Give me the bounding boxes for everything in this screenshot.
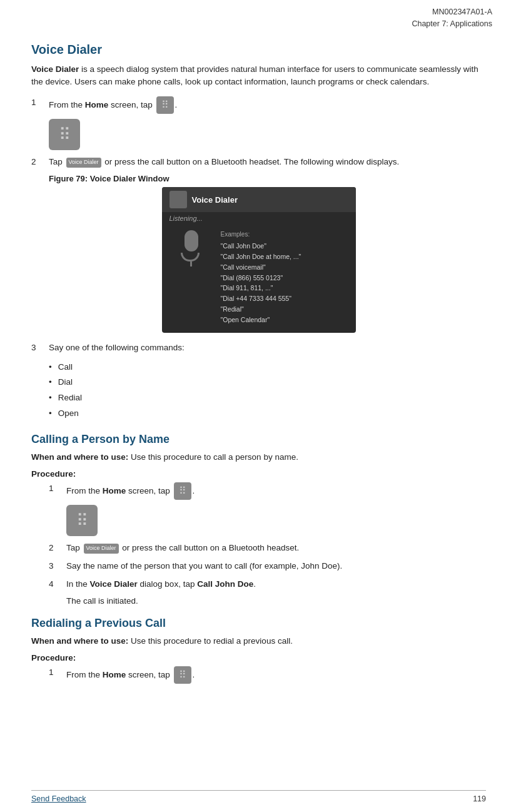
vd-step1: 1 From the Home screen, tap . xyxy=(31,96,486,114)
calling-step1: 1 From the Home screen, tap . xyxy=(49,482,486,500)
redialing-step1-num: 1 xyxy=(49,666,66,684)
calling-vd-button-icon: Voice Dialer xyxy=(84,544,119,554)
calling-step1-content: From the Home screen, tap . xyxy=(66,482,486,500)
vdw-mic-area xyxy=(169,230,213,267)
calling-step4-num: 4 xyxy=(49,578,66,591)
calling-section-title: Calling a Person by Name xyxy=(31,433,486,446)
redialing-section-title: Redialing a Previous Call xyxy=(31,617,486,630)
calling-home-grid-icon xyxy=(174,482,191,500)
voice-dialer-title: Voice Dialer xyxy=(31,43,486,57)
vdw-example-1: "Call John Doe" xyxy=(221,241,301,251)
calling-when-where: When and where to use: Use this procedur… xyxy=(31,451,486,464)
command-open: Open xyxy=(49,406,486,422)
vd-step2-content: Tap Voice Dialer or press the call butto… xyxy=(49,156,486,169)
redialing-step1-content: From the Home screen, tap . xyxy=(66,666,486,684)
vdw-container: Voice Dialer Listening... Examples: "Cal… xyxy=(162,187,356,332)
command-call: Call xyxy=(49,360,486,375)
vd-step1-content: From the Home screen, tap . xyxy=(49,96,486,114)
vd-step3-num: 3 xyxy=(31,342,49,355)
page-number: 119 xyxy=(473,794,486,803)
calling-step3-content: Say the name of the person that you want… xyxy=(66,560,486,573)
calling-step4-content: In the Voice Dialer dialog box, tap Call… xyxy=(66,578,486,591)
vd-step3: 3 Say one of the following commands: xyxy=(31,342,486,355)
vdw-body: Examples: "Call John Doe" "Call John Doe… xyxy=(162,225,356,332)
vdw-example-3: "Call voicemail" xyxy=(221,262,301,273)
vdw-example-6: "Dial +44 7333 444 555" xyxy=(221,293,301,304)
vd-step1-num: 1 xyxy=(31,96,49,114)
mic-stem xyxy=(190,261,192,266)
voice-dialer-intro: Voice Dialer is a speech dialog system t… xyxy=(31,63,486,89)
voice-dialer-button-icon: Voice Dialer xyxy=(66,158,101,168)
commands-list: Call Dial Redial Open xyxy=(49,360,486,422)
vdw-listening: Listening... xyxy=(162,212,356,225)
calling-step2: 2 Tap Voice Dialer or press the call but… xyxy=(49,542,486,555)
vd-step2: 2 Tap Voice Dialer or press the call but… xyxy=(31,156,486,169)
calling-step2-content: Tap Voice Dialer or press the call butto… xyxy=(66,542,486,555)
vdw-header-icon xyxy=(169,191,187,208)
redialing-step1: 1 From the Home screen, tap . xyxy=(49,666,486,684)
home-grid-icon xyxy=(156,96,174,114)
header-line1: MN002347A01-A xyxy=(0,6,492,18)
vd-step2-num: 2 xyxy=(31,156,49,169)
vdw-examples-label: Examples: xyxy=(221,230,301,240)
call-initiated-text: The call is initiated. xyxy=(66,596,486,606)
redialing-when-where: When and where to use: Use this procedur… xyxy=(31,635,486,648)
calling-step2-num: 2 xyxy=(49,542,66,555)
figure-voice-dialer-window: Voice Dialer Listening... Examples: "Cal… xyxy=(31,187,486,332)
vd-step3-content: Say one of the following commands: xyxy=(49,342,486,355)
vdw-examples: Examples: "Call John Doe" "Call John Doe… xyxy=(221,230,301,325)
calling-step1-num: 1 xyxy=(49,482,66,500)
vdw-header: Voice Dialer xyxy=(162,187,356,212)
calling-step4: 4 In the Voice Dialer dialog box, tap Ca… xyxy=(49,578,486,591)
calling-app-icon-large: ⠿ xyxy=(66,505,98,536)
vdw-example-2: "Call John Doe at home, ..." xyxy=(221,251,301,262)
microphone-icon xyxy=(176,230,207,267)
command-redial: Redial xyxy=(49,390,486,406)
vd-icon-standalone xyxy=(49,119,486,152)
send-feedback-link[interactable]: Send Feedback xyxy=(31,794,86,803)
redialing-procedure-label: Procedure: xyxy=(31,653,486,662)
calling-procedure-label: Procedure: xyxy=(31,469,486,479)
vdw-title: Voice Dialer xyxy=(192,195,238,205)
redialing-home-grid-icon xyxy=(174,666,191,684)
vdw-example-8: "Open Calendar" xyxy=(221,315,301,325)
vdw-example-4: "Dial (866) 555 0123" xyxy=(221,273,301,283)
voice-dialer-app-icon-large xyxy=(49,119,80,150)
mic-base xyxy=(181,253,200,261)
vdw-example-5: "Dial 911, 811, ..." xyxy=(221,283,301,293)
calling-step3-num: 3 xyxy=(49,560,66,573)
calling-step3: 3 Say the name of the person that you wa… xyxy=(49,560,486,573)
command-dial: Dial xyxy=(49,375,486,390)
page-header: MN002347A01-A Chapter 7: Applications xyxy=(0,0,511,30)
mic-body xyxy=(185,230,198,251)
figure-caption: Figure 79: Voice Dialer Window xyxy=(49,174,486,183)
vdw-example-7: "Redial" xyxy=(221,304,301,315)
header-line2: Chapter 7: Applications xyxy=(0,18,492,30)
calling-icon-standalone: ⠿ xyxy=(66,505,486,538)
page-footer: Send Feedback 119 xyxy=(31,790,486,803)
